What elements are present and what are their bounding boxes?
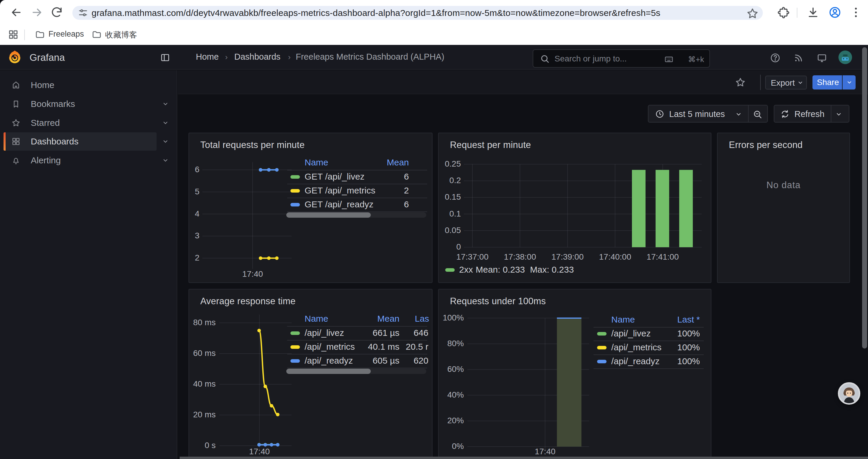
sidebar-item-bookmarks[interactable]: Bookmarks bbox=[4, 95, 174, 113]
y-axis-label: 100% bbox=[438, 313, 464, 323]
segment-divider bbox=[748, 105, 749, 122]
time-range-label: Last 5 minutes bbox=[669, 109, 725, 119]
profile-icon[interactable] bbox=[829, 6, 841, 19]
legend-series-mean: 605 µs bbox=[355, 356, 399, 366]
y-axis-label: 5 bbox=[188, 187, 199, 196]
legend-row-separator bbox=[287, 170, 427, 170]
legend-series-last: 620 bbox=[395, 356, 428, 366]
legend-series-mean: 661 µs bbox=[355, 328, 399, 338]
legend-series-mean: Mean: 0.233 bbox=[476, 265, 525, 275]
sidebar-item-label: Home bbox=[31, 80, 54, 90]
legend-scrollbar-thumb[interactable] bbox=[286, 212, 371, 218]
rss-icon[interactable] bbox=[793, 53, 804, 63]
bookmark-label: 收藏博客 bbox=[105, 30, 137, 40]
legend-series-mean: 2 bbox=[373, 186, 409, 196]
export-label: Export bbox=[771, 78, 795, 88]
breadcrumb-separator: › bbox=[288, 53, 291, 62]
legend-header-mean: Mean bbox=[373, 157, 409, 167]
star-dashboard-icon[interactable] bbox=[735, 77, 746, 88]
legend-series-name: GET /api/_metrics bbox=[305, 186, 375, 196]
sidebar-item-starred[interactable]: Starred bbox=[4, 114, 174, 132]
chevron-down-icon[interactable] bbox=[162, 120, 169, 126]
browser-toolbar: grafana.mathmast.com/d/deytv4rwavabkb/fr… bbox=[0, 0, 868, 25]
x-axis-label: 17:38:00 bbox=[493, 252, 547, 262]
site-settings-icon[interactable] bbox=[78, 8, 88, 18]
search-input[interactable]: Search or jump to... ⌘+k bbox=[533, 49, 710, 68]
forward-icon[interactable] bbox=[30, 6, 43, 19]
panel-request-per-minute: Request per minute00.050.10.150.20.2517:… bbox=[438, 133, 711, 283]
apps-grid-icon[interactable] bbox=[8, 29, 19, 40]
horizontal-scrollbar[interactable] bbox=[180, 457, 868, 459]
y-axis-label: 40 ms bbox=[188, 379, 216, 389]
refresh-button[interactable]: Refresh bbox=[774, 105, 849, 123]
sidebar-item-dashboards[interactable]: Dashboards bbox=[4, 132, 157, 151]
refresh-icon bbox=[780, 109, 790, 119]
url-bar[interactable]: grafana.mathmast.com/d/deytv4rwavabkb/fr… bbox=[72, 6, 763, 20]
y-axis-label: 3 bbox=[188, 231, 199, 240]
share-dropdown-button[interactable] bbox=[843, 75, 856, 90]
legend-series-mean: 40.1 ms bbox=[355, 342, 399, 352]
sidebar-item-label: Starred bbox=[31, 118, 60, 128]
toolbar-divider bbox=[797, 8, 797, 18]
series-color-pill bbox=[290, 203, 300, 206]
bookmark-star-icon[interactable] bbox=[746, 7, 759, 20]
apps-icon bbox=[11, 137, 21, 146]
sidebar-item-home[interactable]: Home bbox=[4, 76, 174, 94]
vertical-scrollbar[interactable] bbox=[862, 47, 867, 349]
y-axis-label: 80% bbox=[438, 339, 464, 348]
y-axis-label: 40% bbox=[438, 390, 464, 400]
breadcrumb-dashboards[interactable]: Dashboards bbox=[234, 52, 280, 62]
legend-row-separator bbox=[593, 355, 704, 355]
monitor-icon[interactable] bbox=[816, 53, 827, 63]
search-shortcut: ⌘+k bbox=[688, 55, 704, 64]
no-data-message: No data bbox=[718, 180, 849, 191]
search-icon bbox=[540, 54, 550, 64]
bookmarks-divider bbox=[24, 30, 25, 40]
legend-series-name: /api/_livez bbox=[305, 328, 344, 338]
legend-scrollbar-thumb[interactable] bbox=[286, 369, 371, 374]
chevron-down-icon[interactable] bbox=[162, 101, 169, 107]
browser-chrome: grafana.mathmast.com/d/deytv4rwavabkb/fr… bbox=[0, 0, 868, 45]
series-color-pill bbox=[597, 332, 607, 335]
legend-series-name: /api/_metrics bbox=[611, 342, 661, 352]
chevron-down-icon[interactable] bbox=[162, 157, 169, 164]
zoom-out-icon[interactable] bbox=[752, 109, 763, 119]
reload-icon[interactable] bbox=[50, 6, 63, 19]
download-icon[interactable] bbox=[807, 6, 819, 19]
sidebar-item-alerting[interactable]: Alerting bbox=[4, 151, 174, 169]
actions-divider bbox=[760, 75, 761, 90]
panel-title[interactable]: Errors per second bbox=[729, 140, 803, 150]
assistant-avatar[interactable] bbox=[838, 382, 860, 405]
help-icon[interactable] bbox=[770, 53, 780, 63]
legend-row-separator bbox=[287, 368, 427, 368]
folder-icon bbox=[92, 30, 102, 40]
series-color-pill bbox=[290, 175, 300, 179]
url-text[interactable]: grafana.mathmast.com/d/deytv4rwavabkb/fr… bbox=[92, 8, 660, 18]
legend-series-last: 100% bbox=[658, 356, 700, 366]
extensions-icon[interactable] bbox=[777, 6, 790, 19]
refresh-interval-chevron-icon[interactable] bbox=[836, 111, 842, 118]
bookmark-icon bbox=[11, 99, 21, 109]
search-placeholder: Search or jump to... bbox=[555, 54, 627, 64]
back-icon[interactable] bbox=[10, 6, 23, 19]
export-button[interactable]: Export bbox=[765, 76, 807, 90]
y-axis-label: 0.1 bbox=[438, 209, 461, 219]
grafana-header: Grafana Home › Dashboards › Freeleaps Me… bbox=[0, 45, 868, 70]
time-range-picker[interactable]: Last 5 minutes bbox=[648, 105, 768, 123]
legend-series-name: 2xx bbox=[459, 265, 473, 275]
user-avatar[interactable] bbox=[838, 51, 852, 64]
share-button[interactable]: Share bbox=[812, 75, 842, 90]
x-axis-label: 17:40 bbox=[519, 447, 572, 456]
menu-dots-icon[interactable] bbox=[849, 6, 862, 19]
x-axis-label: 17:40 bbox=[226, 269, 279, 279]
chevron-down-icon[interactable] bbox=[162, 138, 169, 145]
dashboard-canvas: Last 5 minutes Refresh bbox=[178, 94, 868, 459]
breadcrumb-home[interactable]: Home bbox=[196, 52, 219, 62]
legend-header-last: Las bbox=[415, 314, 429, 324]
panel-errors-per-second: Errors per secondNo data bbox=[717, 133, 850, 283]
series-color-pill bbox=[290, 345, 300, 349]
sidebar-toggle-icon[interactable] bbox=[160, 52, 170, 63]
star-icon bbox=[11, 118, 21, 128]
y-axis-label: 20 ms bbox=[188, 410, 216, 419]
legend-row-separator bbox=[593, 340, 704, 341]
